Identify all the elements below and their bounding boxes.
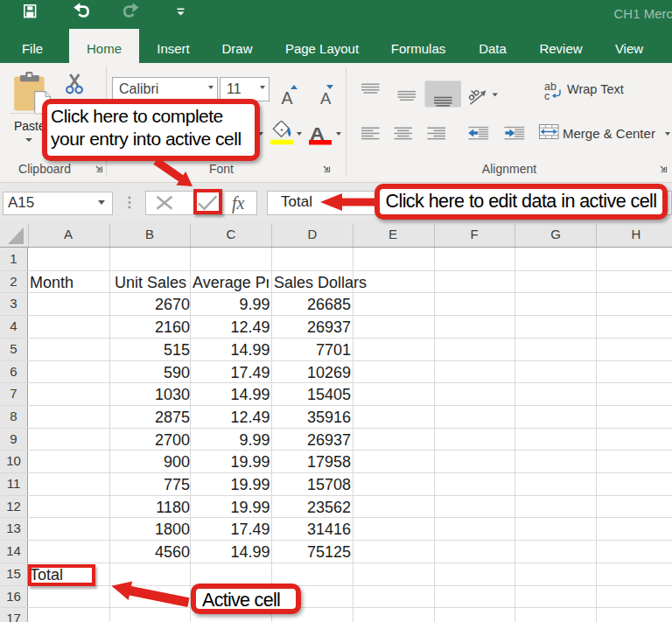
svg-text:fx: fx [232, 193, 245, 213]
svg-text:c: c [544, 90, 550, 102]
